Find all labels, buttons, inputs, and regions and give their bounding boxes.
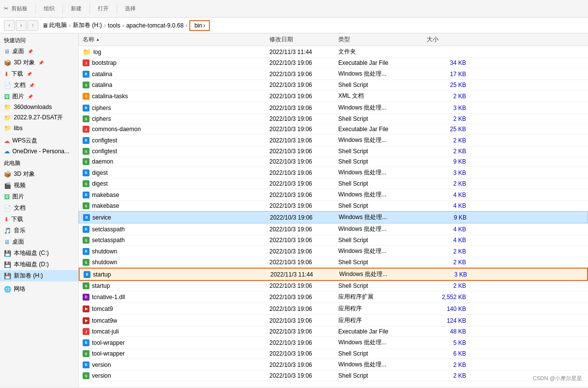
table-row[interactable]: J commons-daemon 2022/10/3 19:06 Executa…: [79, 124, 588, 135]
table-row[interactable]: B tool-wrapper 2022/10/3 19:06 Windows 批…: [79, 337, 588, 349]
breadcrumb-bin[interactable]: bin ›: [189, 20, 210, 31]
breadcrumb-h[interactable]: 新加卷 (H:): [73, 21, 102, 29]
file-type: Windows 批处理...: [338, 104, 427, 112]
sidebar-thispc-pic[interactable]: 🖼 图片: [0, 191, 78, 202]
table-row[interactable]: B makebase 2022/10/3 19:06 Windows 批处理..…: [79, 189, 588, 201]
sidebar-item-3d[interactable]: 📦 3D 对象 📌: [0, 57, 78, 68]
table-row[interactable]: S startup 2022/10/3 19:06 Shell Script 2…: [79, 281, 588, 291]
file-name: shutdown: [92, 259, 117, 266]
sidebar-wps[interactable]: ☁ WPS云盘: [0, 135, 78, 146]
file-name-cell: S daemon: [83, 158, 269, 165]
sidebar-item-dsat[interactable]: 📁 2022.9.27-DSAT开: [0, 112, 78, 123]
table-row[interactable]: S setclasspath 2022/10/3 19:06 Shell Scr…: [79, 235, 588, 246]
sh-icon: S: [83, 180, 89, 187]
table-row[interactable]: S makebase 2022/10/3 19:06 Shell Script …: [79, 201, 588, 211]
breadcrumb-tools[interactable]: tools: [108, 22, 120, 29]
file-name-cell: B digest: [83, 169, 269, 176]
toolbar-new: 新建: [71, 5, 82, 12]
sidebar-onedrive[interactable]: ☁ OneDrive - Persona...: [0, 146, 78, 156]
up-button[interactable]: ↑: [28, 20, 38, 31]
table-row[interactable]: ▶ tomcat9w 2022/10/3 19:06 应用程序 124 KB: [79, 315, 588, 327]
file-size: 4 KB: [427, 226, 466, 233]
file-name: digest: [92, 169, 108, 176]
sidebar-hdd-h[interactable]: 💾 新加卷 (H:): [0, 270, 78, 281]
table-row[interactable]: S digest 2022/10/3 19:06 Shell Script 2 …: [79, 179, 588, 189]
table-row[interactable]: B catalina 2022/10/3 19:06 Windows 批处理..…: [79, 68, 588, 80]
file-type: 应用程序: [338, 316, 427, 325]
sidebar-network[interactable]: 🌐 网络: [0, 283, 78, 295]
file-name-cell: B ciphers: [83, 105, 269, 111]
select-label: 选择: [125, 5, 136, 12]
file-name: startup: [92, 282, 110, 289]
file-date: 2022/10/3 19:06: [269, 158, 338, 165]
table-row[interactable]: S daemon 2022/10/3 19:06 Shell Script 9 …: [79, 157, 588, 167]
table-row[interactable]: B startup 2022/11/3 11:44 Windows 批处理...…: [79, 268, 588, 281]
breadcrumb-tomcat[interactable]: apache-tomcat-9.0.68: [126, 22, 184, 29]
pin-icon-pic: 📌: [28, 94, 33, 99]
table-row[interactable]: S version 2022/10/3 19:06 Shell Script 2…: [79, 371, 588, 381]
download-icon: ⬇: [4, 71, 9, 78]
table-row[interactable]: B digest 2022/10/3 19:06 Windows 批处理... …: [79, 167, 588, 179]
tomcat-exe-icon: ▶: [83, 317, 89, 324]
table-row[interactable]: S ciphers 2022/10/3 19:06 Shell Script 2…: [79, 114, 588, 124]
sidebar-thispc-doc-label: 文档: [14, 204, 26, 212]
sidebar-item-doc[interactable]: 📄 文档 📌: [0, 80, 78, 91]
sidebar-thispc-3d[interactable]: 📦 3D 对象: [0, 168, 78, 180]
breadcrumb-thispc[interactable]: 此电脑: [49, 21, 67, 29]
breadcrumb-icon-pc: 🖥: [42, 22, 48, 29]
sidebar-thispc-desktop[interactable]: 🖥 桌面: [0, 236, 78, 248]
sidebar-hdd-c[interactable]: 💾 本地磁盘 (C:): [0, 248, 78, 259]
file-type: Windows 批处理...: [338, 136, 427, 144]
file-name-cell: B configtest: [83, 137, 269, 144]
forward-button[interactable]: ›: [16, 20, 27, 31]
table-row[interactable]: B configtest 2022/10/3 19:06 Windows 批处理…: [79, 135, 588, 146]
table-row[interactable]: S configtest 2022/10/3 19:06 Shell Scrip…: [79, 146, 588, 157]
table-row[interactable]: B ciphers 2022/10/3 19:06 Windows 批处理...…: [79, 102, 588, 114]
music-icon: 🎵: [4, 227, 11, 234]
sidebar-thispc-3d-label: 3D 对象: [14, 170, 35, 178]
sidebar-item-desktop[interactable]: 🖥 桌面 📌: [0, 46, 78, 57]
col-name[interactable]: 名称 ▲: [83, 35, 269, 44]
sidebar-hdd-d[interactable]: 💾 本地磁盘 (D:): [0, 259, 78, 270]
table-row[interactable]: 📁 log 2022/11/3 11:44 文件夹: [79, 46, 588, 58]
file-type: 应用程序扩展: [338, 293, 427, 301]
table-row[interactable]: B setclasspath 2022/10/3 19:06 Windows 批…: [79, 223, 588, 235]
cut-icon: ✂: [4, 5, 8, 12]
sidebar-thispc-download[interactable]: ⬇ 下载: [0, 214, 78, 225]
sidebar-thispc-doc[interactable]: 📄 文档: [0, 202, 78, 214]
sidebar-music[interactable]: 🎵 音乐: [0, 225, 78, 236]
table-row[interactable]: B version 2022/10/3 19:06 Windows 批处理...…: [79, 359, 588, 371]
table-row[interactable]: S shutdown 2022/10/3 19:06 Shell Script …: [79, 257, 588, 268]
sidebar-video[interactable]: 🎬 视频: [0, 180, 78, 191]
table-row[interactable]: S tool-wrapper 2022/10/3 19:06 Shell Scr…: [79, 349, 588, 359]
file-type: Windows 批处理...: [338, 225, 427, 233]
file-type: Executable Jar File: [338, 126, 427, 133]
sidebar-item-libs[interactable]: 📁 libs: [0, 123, 78, 133]
file-list: 名称 ▲ 修改日期 类型 大小 📁 log 2022/11/3 11:44 文件…: [79, 33, 588, 387]
table-row[interactable]: J bootstrap 2022/10/3 19:06 Executable J…: [79, 58, 588, 68]
bat-icon: B: [84, 271, 90, 278]
sidebar-item-360[interactable]: 📁 360downloads: [0, 102, 78, 112]
table-row[interactable]: B service 2022/10/3 19:06 Windows 批处理...…: [79, 211, 588, 223]
file-name-cell: S setclasspath: [83, 237, 269, 244]
file-type: Shell Script: [338, 202, 427, 209]
sh-icon: S: [83, 148, 89, 155]
back-button[interactable]: ‹: [4, 20, 15, 31]
table-row[interactable]: X catalina-tasks 2022/10/3 19:06 XML 文档 …: [79, 90, 588, 102]
file-size: 17 KB: [427, 71, 466, 78]
file-rows-container: 📁 log 2022/11/3 11:44 文件夹 J bootstrap 20…: [79, 46, 588, 381]
sidebar-item-pic[interactable]: 🖼 图片 📌: [0, 91, 78, 102]
table-row[interactable]: J tomcat-juli 2022/10/3 19:06 Executable…: [79, 327, 588, 337]
table-row[interactable]: D tcnative-1.dll 2022/10/3 19:06 应用程序扩展 …: [79, 291, 588, 303]
col-date[interactable]: 修改日期: [269, 35, 338, 44]
table-row[interactable]: S catalina 2022/10/3 19:06 Shell Script …: [79, 80, 588, 90]
table-row[interactable]: B shutdown 2022/10/3 19:06 Windows 批处理..…: [79, 246, 588, 257]
file-type: 应用程序: [338, 305, 427, 313]
table-row[interactable]: ▶ tomcat9 2022/10/3 19:06 应用程序 140 KB: [79, 303, 588, 315]
col-size[interactable]: 大小: [427, 35, 466, 44]
file-date: 2022/10/3 19:06: [269, 202, 338, 209]
sidebar-item-download[interactable]: ⬇ 下载 📌: [0, 68, 78, 80]
bat-icon: B: [83, 137, 89, 144]
file-date: 2022/10/3 19:06: [269, 237, 338, 244]
col-type[interactable]: 类型: [338, 35, 427, 44]
